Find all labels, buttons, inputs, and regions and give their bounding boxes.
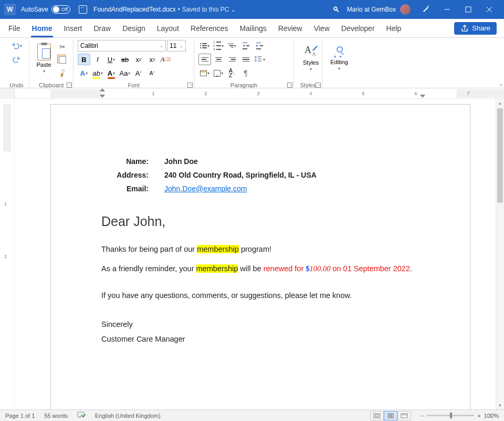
- search-icon[interactable]: 🔍︎: [332, 5, 340, 14]
- value-email[interactable]: John.Doe@example.com: [164, 184, 247, 193]
- tab-design[interactable]: Design: [121, 21, 146, 37]
- tab-review[interactable]: Review: [277, 21, 303, 37]
- font-name-select[interactable]: Calibri⌄: [78, 40, 166, 52]
- page[interactable]: Name:John Doe Address:240 Old Country Ro…: [50, 104, 470, 409]
- scissors-icon: ✂: [59, 43, 66, 51]
- label-email: Email:: [101, 184, 149, 193]
- strikethrough-button[interactable]: ab: [119, 54, 131, 65]
- paste-button[interactable]: Paste ▾: [34, 40, 54, 77]
- numbering-button[interactable]: 123▾: [212, 40, 225, 52]
- styles-dialog-launcher[interactable]: ↘: [316, 83, 321, 88]
- filename-text: FoundAndReplacedText.docx: [93, 6, 176, 13]
- shrink-font-button[interactable]: A˅: [146, 67, 159, 79]
- minimize-button[interactable]: [437, 0, 458, 19]
- clear-formatting-button[interactable]: A⌫: [160, 54, 172, 65]
- tab-help[interactable]: Help: [385, 21, 403, 37]
- page-indicator[interactable]: Page 1 of 1: [5, 413, 35, 419]
- zoom-level[interactable]: 100%: [484, 413, 499, 419]
- italic-button[interactable]: I: [91, 54, 104, 65]
- tab-view[interactable]: View: [313, 21, 331, 37]
- collapse-ribbon-button[interactable]: ⌄: [499, 81, 503, 87]
- zoom-slider[interactable]: [427, 415, 474, 416]
- align-right-button[interactable]: [226, 54, 238, 65]
- right-indent-icon[interactable]: [420, 95, 425, 98]
- sort-icon: AZ: [229, 68, 233, 78]
- font-dialog-launcher[interactable]: ↘: [187, 83, 193, 88]
- focus-mode-button[interactable]: [370, 411, 384, 420]
- paste-icon: [37, 44, 51, 60]
- bullets-button[interactable]: ▾: [198, 40, 211, 52]
- zoom-out-button[interactable]: −: [421, 413, 424, 419]
- spellcheck-icon[interactable]: [77, 412, 86, 420]
- document-title[interactable]: FoundAndReplacedText.docx • Saved to thi…: [93, 6, 235, 13]
- undo-button[interactable]: ▾: [8, 40, 25, 52]
- zoom-control[interactable]: − + 100%: [421, 413, 499, 419]
- account-button[interactable]: Mario at GemBox: [347, 4, 411, 15]
- value-address: 240 Old Country Road, Springfield, IL - …: [164, 171, 317, 179]
- document-area[interactable]: Name:John Doe Address:240 Old Country Ro…: [15, 99, 496, 409]
- cut-button[interactable]: ✂: [56, 41, 69, 53]
- editing-button[interactable]: ◂▸ Editing ▾: [327, 40, 352, 77]
- clipboard-dialog-launcher[interactable]: ↘: [67, 83, 72, 88]
- justify-button[interactable]: [239, 54, 252, 65]
- styles-button[interactable]: AA Styles ▾: [298, 40, 323, 77]
- tab-file[interactable]: File: [7, 21, 22, 37]
- print-layout-button[interactable]: [384, 411, 397, 420]
- scroll-down-button[interactable]: ▾: [496, 401, 504, 409]
- language-indicator[interactable]: English (United Kingdom): [95, 413, 161, 419]
- underline-button[interactable]: U▾: [105, 54, 118, 65]
- chevron-down-icon[interactable]: ⌄: [231, 7, 235, 13]
- save-icon[interactable]: [79, 5, 87, 14]
- tab-insert[interactable]: Insert: [62, 21, 83, 37]
- autosave-toggle[interactable]: AutoSave Off: [21, 5, 70, 14]
- text-effects-button[interactable]: A▾: [78, 67, 90, 79]
- highlight-button[interactable]: ab▾: [91, 67, 104, 79]
- word-count[interactable]: 55 words: [44, 413, 68, 419]
- font-size-select[interactable]: 11⌄: [167, 40, 186, 52]
- first-line-indent-icon[interactable]: [100, 88, 105, 91]
- multilevel-list-button[interactable]: ▾: [226, 40, 238, 52]
- maximize-button[interactable]: [458, 0, 479, 19]
- align-left-button[interactable]: [198, 54, 211, 65]
- zoom-in-button[interactable]: +: [477, 413, 480, 419]
- sort-button[interactable]: AZ↓: [226, 67, 238, 79]
- tab-layout[interactable]: Layout: [156, 21, 180, 37]
- scroll-up-button[interactable]: ▴: [496, 99, 504, 107]
- coming-soon-icon[interactable]: [416, 0, 437, 19]
- grow-font-button[interactable]: A˄: [132, 67, 145, 79]
- scroll-thumb[interactable]: [497, 108, 503, 203]
- ribbon-tabs: File Home Insert Draw Design Layout Refe…: [0, 19, 504, 38]
- copy-button[interactable]: [56, 54, 69, 66]
- tab-developer[interactable]: Developer: [340, 21, 376, 37]
- svg-rect-14: [401, 414, 407, 418]
- align-center-button[interactable]: [212, 54, 225, 65]
- vertical-scrollbar[interactable]: ▴ ▾: [496, 99, 504, 409]
- shading-button[interactable]: ▾: [198, 67, 211, 79]
- tab-mailings[interactable]: Mailings: [238, 21, 267, 37]
- horizontal-ruler[interactable]: 1 2 3 4 5 6 7: [0, 88, 504, 99]
- increase-indent-button[interactable]: ▸: [253, 40, 266, 52]
- share-button[interactable]: Share: [454, 22, 497, 35]
- close-button[interactable]: [479, 0, 500, 19]
- paragraph-dialog-launcher[interactable]: ↘: [287, 83, 292, 88]
- line-spacing-button[interactable]: ▾: [253, 54, 266, 65]
- borders-button[interactable]: ▾: [212, 67, 225, 79]
- tab-draw[interactable]: Draw: [92, 21, 112, 37]
- superscript-button[interactable]: x2: [146, 54, 159, 65]
- tab-selector[interactable]: [0, 88, 15, 99]
- redo-button[interactable]: [8, 54, 25, 65]
- format-painter-button[interactable]: 🖌: [56, 67, 69, 79]
- hanging-indent-icon[interactable]: [100, 95, 105, 98]
- web-layout-button[interactable]: [397, 411, 411, 420]
- change-case-button[interactable]: Aa▾: [119, 67, 131, 79]
- toggle-icon[interactable]: Off: [51, 5, 70, 14]
- show-marks-button[interactable]: ¶: [239, 67, 252, 79]
- tab-home[interactable]: Home: [31, 21, 54, 37]
- font-color-button[interactable]: A▾: [105, 67, 118, 79]
- bold-button[interactable]: B: [78, 54, 90, 65]
- subscript-button[interactable]: x2: [132, 54, 145, 65]
- ribbon: ▾ Undo Paste ▾ ✂ 🖌 Clipboard ↘ Calibri⌄ …: [0, 38, 504, 88]
- vertical-ruler[interactable]: 1 2: [0, 99, 15, 409]
- tab-references[interactable]: References: [190, 21, 229, 37]
- decrease-indent-button[interactable]: ◂: [239, 40, 252, 52]
